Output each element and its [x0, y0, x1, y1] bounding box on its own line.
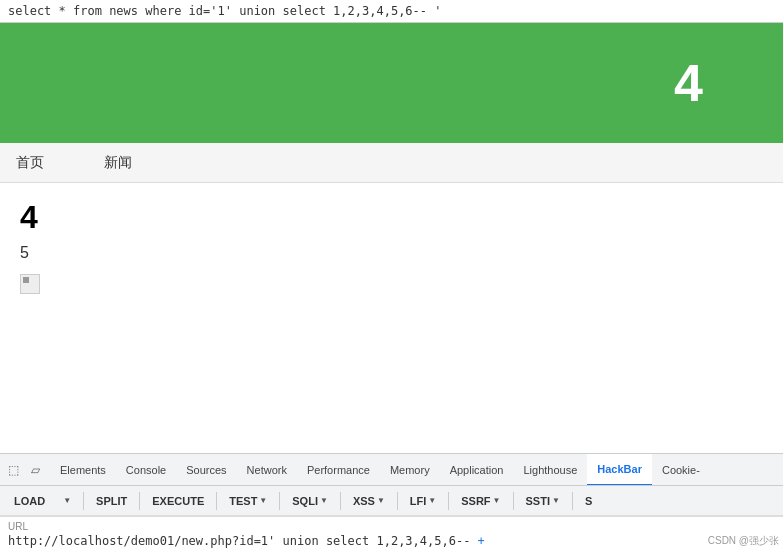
tab-hackbar[interactable]: HackBar [587, 454, 652, 486]
hackbar-url-value[interactable]: http://localhost/demo01/new.php?id=1' un… [8, 534, 775, 548]
url-label: URL [8, 521, 775, 532]
hackbar-xss-btn[interactable]: XSS ▼ [345, 493, 393, 509]
broken-image [20, 274, 40, 294]
tab-lighthouse[interactable]: Lighthouse [513, 454, 587, 486]
hackbar-sqli-btn[interactable]: SQLI ▼ [284, 493, 336, 509]
hackbar-ssti-btn[interactable]: SSTI ▼ [518, 493, 568, 509]
separator-8 [513, 492, 514, 510]
devtools-panel: ⬚ ▱ Elements Console Sources Network Per… [0, 453, 783, 552]
lfi-arrow-icon: ▼ [428, 496, 436, 505]
separator-3 [216, 492, 217, 510]
separator-4 [279, 492, 280, 510]
sqli-arrow-icon: ▼ [320, 496, 328, 505]
devtools-icons-group: ⬚ ▱ [4, 461, 44, 479]
separator-6 [397, 492, 398, 510]
device-icon[interactable]: ▱ [26, 461, 44, 479]
load-arrow-icon: ▼ [63, 496, 71, 505]
tab-elements[interactable]: Elements [50, 454, 116, 486]
nav-item-news[interactable]: 新闻 [104, 154, 132, 172]
devtools-tab-bar: ⬚ ▱ Elements Console Sources Network Per… [0, 454, 783, 486]
tab-performance[interactable]: Performance [297, 454, 380, 486]
content-number-4: 4 [20, 199, 763, 236]
hackbar-execute-btn[interactable]: EXECUTE [144, 493, 212, 509]
nav-bar: 首页 新闻 [0, 143, 783, 183]
tab-application[interactable]: Application [440, 454, 514, 486]
tab-cookie[interactable]: Cookie- [652, 454, 710, 486]
tab-memory[interactable]: Memory [380, 454, 440, 486]
hackbar-ssrf-btn[interactable]: SSRF ▼ [453, 493, 508, 509]
tab-network[interactable]: Network [237, 454, 297, 486]
tab-console[interactable]: Console [116, 454, 176, 486]
watermark: CSDN @强少张 [708, 534, 779, 548]
separator-1 [83, 492, 84, 510]
hackbar-lfi-btn[interactable]: LFI ▼ [402, 493, 444, 509]
hero-section: 4 [0, 23, 783, 143]
hero-number: 4 [674, 53, 703, 113]
separator-5 [340, 492, 341, 510]
ssti-arrow-icon: ▼ [552, 496, 560, 505]
hackbar-url-area: URL http://localhost/demo01/new.php?id=1… [0, 516, 783, 552]
content-number-5: 5 [20, 244, 763, 262]
hackbar-more-btn[interactable]: S [577, 493, 600, 509]
page-content: 4 5 [0, 183, 783, 314]
hackbar-load-arrow-btn[interactable]: ▼ [55, 494, 79, 507]
xss-arrow-icon: ▼ [377, 496, 385, 505]
tab-sources[interactable]: Sources [176, 454, 236, 486]
ssrf-arrow-icon: ▼ [493, 496, 501, 505]
separator-2 [139, 492, 140, 510]
hackbar-split-btn[interactable]: SPLIT [88, 493, 135, 509]
inspect-icon[interactable]: ⬚ [4, 461, 22, 479]
nav-item-home[interactable]: 首页 [16, 154, 44, 172]
url-text: select * from news where id='1' union se… [8, 4, 441, 18]
separator-7 [448, 492, 449, 510]
hackbar-test-btn[interactable]: TEST ▼ [221, 493, 275, 509]
hackbar-load-btn[interactable]: LOAD [6, 493, 53, 509]
hackbar-toolbar: LOAD ▼ SPLIT EXECUTE TEST ▼ SQLI ▼ XSS ▼ [0, 486, 783, 516]
separator-9 [572, 492, 573, 510]
url-value-text: http://localhost/demo01/new.php?id=1' un… [8, 534, 478, 548]
browser-url-bar[interactable]: select * from news where id='1' union se… [0, 0, 783, 23]
url-plus-btn[interactable]: + [478, 534, 485, 548]
test-arrow-icon: ▼ [259, 496, 267, 505]
